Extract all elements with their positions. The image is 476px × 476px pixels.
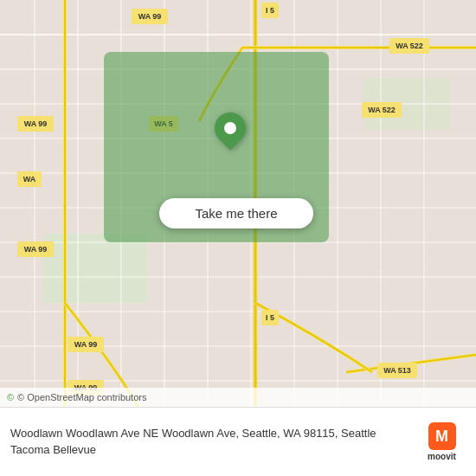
moovit-icon: M xyxy=(428,422,456,450)
bottom-info-bar: Woodlawn Woodlawn Ave NE Woodlawn Ave, S… xyxy=(0,407,476,476)
svg-text:WA 99: WA 99 xyxy=(24,245,48,254)
svg-text:WA 99: WA 99 xyxy=(74,340,98,349)
svg-rect-4 xyxy=(43,234,147,303)
take-me-there-button[interactable]: Take me there xyxy=(159,198,313,228)
svg-text:WA 99: WA 99 xyxy=(24,119,48,128)
moovit-label: moovit xyxy=(428,452,456,461)
svg-text:WA 513: WA 513 xyxy=(383,366,411,375)
map-pin xyxy=(215,113,246,151)
pin-inner xyxy=(224,122,236,134)
svg-text:I 5: I 5 xyxy=(266,6,274,15)
pin-head xyxy=(209,106,253,151)
attribution-bar: © © OpenStreetMap contributors xyxy=(0,388,476,407)
svg-text:I 5: I 5 xyxy=(266,313,274,322)
map-container: WA 99 I 5 WA 522 WA 522 WA 99 WA 5 WA WA… xyxy=(0,0,476,476)
svg-text:WA 522: WA 522 xyxy=(396,42,423,50)
osm-logo: © xyxy=(7,392,14,402)
attribution-text: © OpenStreetMap contributors xyxy=(17,392,146,402)
svg-text:WA 522: WA 522 xyxy=(368,106,396,114)
svg-text:WA: WA xyxy=(23,175,36,183)
moovit-logo[interactable]: M moovit xyxy=(418,422,466,461)
svg-text:WA 99: WA 99 xyxy=(138,12,162,21)
address-text: Woodlawn Woodlawn Ave NE Woodlawn Ave, S… xyxy=(10,426,409,457)
